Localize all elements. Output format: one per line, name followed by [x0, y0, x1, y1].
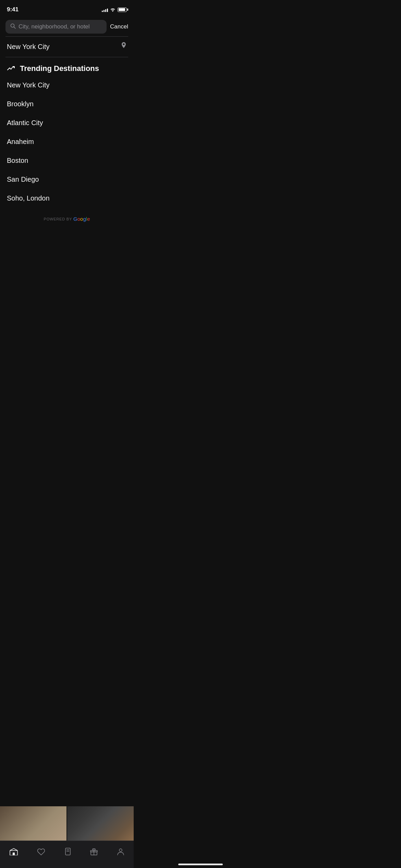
trending-item-6[interactable]: Soho, London [0, 189, 134, 208]
trending-item-3[interactable]: Anaheim [0, 132, 134, 151]
recent-item-label: New York City [7, 43, 50, 51]
wifi-icon [110, 8, 116, 12]
signal-icon [102, 8, 108, 12]
trending-item-0[interactable]: New York City [0, 76, 134, 95]
trending-item-4[interactable]: Boston [0, 151, 134, 170]
status-icons [102, 8, 127, 12]
trending-item-5[interactable]: San Diego [0, 170, 134, 189]
trending-icon [7, 64, 15, 73]
trending-item-1[interactable]: Brooklyn [0, 95, 134, 113]
trending-header: Trending Destinations [0, 57, 134, 76]
trending-item-2[interactable]: Atlantic City [0, 113, 134, 132]
battery-icon [118, 8, 127, 12]
status-bar: 9:41 [0, 0, 134, 17]
powered-by-prefix: POWERED BY [44, 217, 72, 221]
search-icon [10, 23, 16, 30]
powered-by: POWERED BY Google [0, 208, 134, 227]
recent-item[interactable]: New York City [0, 37, 134, 57]
search-input-wrapper[interactable]: City, neighborhood, or hotel [5, 20, 107, 34]
trending-list: New York City Brooklyn Atlantic City Ana… [0, 76, 134, 208]
trending-title: Trending Destinations [20, 64, 99, 73]
pin-icon [121, 42, 127, 51]
search-bar-row: City, neighborhood, or hotel Cancel [0, 17, 134, 36]
status-time: 9:41 [7, 6, 19, 13]
cancel-button[interactable]: Cancel [110, 23, 128, 30]
google-brand: Google [73, 216, 90, 222]
svg-line-1 [14, 27, 16, 29]
search-placeholder: City, neighborhood, or hotel [19, 23, 90, 30]
